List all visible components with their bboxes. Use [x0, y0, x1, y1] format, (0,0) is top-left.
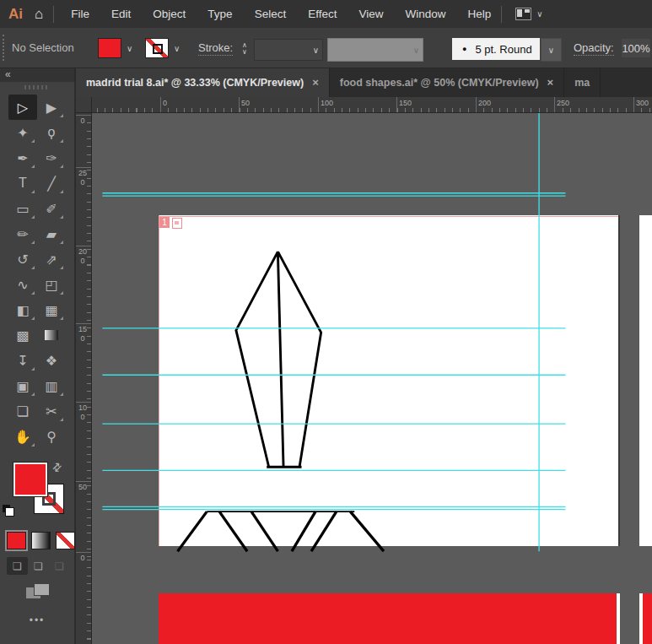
menu-file[interactable]: File — [71, 8, 89, 20]
free-transform-tool[interactable]: ◰ — [37, 272, 66, 297]
selection-tool[interactable]: ▷ — [8, 95, 37, 120]
eyedropper-tool[interactable]: ↧ — [8, 348, 37, 373]
stroke-label[interactable]: Stroke: — [198, 41, 233, 56]
tab-title: food shapes.ai* @ 50% (CMYK/Preview) — [340, 77, 539, 89]
panel-grip[interactable] — [24, 85, 50, 89]
opacity-label[interactable]: Opacity: — [574, 41, 614, 56]
perspective-grid-tool[interactable]: ▦ — [37, 297, 66, 322]
direct-selection-tool[interactable]: ▶ — [37, 95, 66, 120]
shape-builder-tool[interactable]: ◧ — [8, 297, 37, 322]
lasso-tool[interactable]: ϙ — [37, 120, 66, 145]
artboard-tool[interactable]: ❏ — [8, 398, 37, 424]
tool-panel-header: « — [0, 68, 74, 82]
screen-mode-button[interactable] — [26, 583, 48, 600]
menu-view[interactable]: View — [358, 8, 383, 20]
draw-normal-button[interactable]: ❏ — [7, 557, 28, 575]
column-graph-tool[interactable]: ▥ — [37, 373, 66, 398]
slice-tool[interactable]: ✂ — [37, 398, 66, 424]
illustrator-window: { "menubar": { "logo": "Ai", "home_icon"… — [0, 0, 652, 644]
ruler-label: 50 — [241, 99, 250, 107]
collapse-panel-icon[interactable]: « — [5, 68, 11, 80]
chevron-down-icon[interactable]: ∨ — [548, 46, 554, 55]
scale-tool[interactable]: ⇗ — [37, 246, 66, 272]
vertical-ruler[interactable]: 0250200150100500 — [76, 112, 92, 644]
panel-drag-handle[interactable] — [3, 35, 4, 61]
ruler-ticks — [87, 112, 91, 644]
edit-toolbar-dots[interactable]: ••• — [0, 614, 74, 626]
menu-effect[interactable]: Effect — [308, 8, 337, 20]
ruler-major-tick — [633, 97, 634, 112]
chevron-down-icon[interactable]: ∨ — [536, 9, 542, 19]
rotate-tool[interactable]: ↺ — [8, 246, 37, 272]
ruler-label: 50 — [78, 483, 87, 492]
gradient-button[interactable] — [31, 532, 51, 549]
stroke-weight-select[interactable]: ∨ — [254, 39, 323, 61]
menu-window[interactable]: Window — [405, 8, 445, 20]
width-tool[interactable]: ∿ — [8, 272, 37, 297]
curvature-tool[interactable]: ✑ — [37, 145, 66, 170]
gradient-tool[interactable] — [37, 322, 66, 348]
ruler-corner[interactable] — [76, 97, 92, 113]
band-diagonal-line — [178, 511, 207, 551]
document-tab-1[interactable]: madrid trial 8.ai* @ 33.33% (CMYK/Previe… — [76, 68, 330, 97]
brush-definition-select[interactable]: ∨ — [327, 38, 423, 62]
draw-behind-button[interactable]: ❏ — [28, 557, 49, 575]
mesh-tool[interactable]: ▩ — [8, 322, 37, 348]
line-segment-tool[interactable]: ╱ — [37, 170, 66, 196]
selection-status: No Selection — [12, 41, 74, 54]
chevron-down-icon[interactable]: ∨ — [174, 44, 180, 53]
paintbrush-tool[interactable]: ✐ — [37, 196, 66, 221]
menu-help[interactable]: Help — [467, 8, 491, 20]
ruler-ticks — [76, 108, 652, 112]
blend-tool[interactable]: ❖ — [37, 348, 66, 373]
width-profile-chevron[interactable]: ∨ — [541, 38, 562, 62]
tab-close-icon[interactable]: × — [312, 76, 319, 89]
document-tab-3[interactable]: ma — [564, 68, 601, 97]
rectangle-tool[interactable]: ▭ — [8, 196, 37, 221]
stroke-weight-stepper[interactable]: ∧ ∨ — [239, 39, 251, 59]
fill-color-widget[interactable]: ∨ — [98, 39, 132, 57]
control-bar: No Selection ∨ ∨ Stroke: ∧ ∨ ∨ ∨ ● 5 pt.… — [0, 28, 652, 68]
opacity-value-field[interactable]: 100% — [622, 39, 650, 57]
menu-object[interactable]: Object — [153, 8, 186, 20]
width-profile-select[interactable]: ● 5 pt. Round — [452, 38, 540, 60]
pen-tool[interactable]: ✒ — [8, 145, 37, 170]
stepper-down-icon[interactable]: ∨ — [242, 49, 247, 56]
ruler-major-tick — [396, 97, 397, 112]
zoom-tool[interactable]: ⚲ — [37, 424, 66, 449]
hand-tool[interactable]: ✋ — [8, 424, 37, 449]
menu-edit[interactable]: Edit — [111, 8, 131, 20]
draw-inside-button[interactable]: ❏ — [49, 557, 70, 575]
chevron-down-icon[interactable]: ∨ — [313, 46, 319, 55]
color-button[interactable] — [7, 532, 26, 549]
width-profile-value: 5 pt. Round — [475, 43, 531, 56]
chevron-down-icon[interactable]: ∨ — [127, 44, 132, 53]
pencil-tool[interactable]: ✏ — [8, 221, 37, 246]
menu-type[interactable]: Type — [207, 8, 232, 20]
stroke-color-widget[interactable]: ∨ — [145, 39, 180, 57]
fill-proxy-swatch[interactable] — [13, 463, 47, 496]
ruler-label: 200 — [78, 247, 87, 265]
eraser-tool[interactable]: ▰ — [37, 221, 66, 246]
none-button[interactable] — [56, 532, 75, 549]
home-icon[interactable]: ⌂ — [35, 6, 43, 23]
stroke-color-swatch[interactable] — [145, 38, 169, 58]
symbol-sprayer-tool[interactable]: ▣ — [8, 373, 37, 398]
type-tool[interactable]: T — [8, 170, 37, 196]
fill-color-swatch[interactable] — [98, 38, 121, 58]
document-tab-2[interactable]: food shapes.ai* @ 50% (CMYK/Preview)× — [330, 68, 564, 97]
tool-panel: ▷▶✦ϙ✒✑T╱▭✐✏▰↺⇗∿◰◧▦▩↧❖▣▥❏✂✋⚲ ⇄ ❏ ❏ ❏ ••• — [0, 82, 75, 644]
illustrator-logo[interactable]: Ai — [8, 6, 23, 23]
swap-fill-stroke-icon[interactable]: ⇄ — [49, 459, 64, 474]
tab-close-icon[interactable]: × — [547, 76, 554, 89]
ruler-major-tick — [76, 167, 91, 168]
chevron-down-icon[interactable]: ∨ — [413, 46, 419, 55]
magic-wand-tool[interactable]: ✦ — [8, 120, 37, 145]
menu-separator — [53, 6, 54, 23]
default-fill-stroke-icon[interactable] — [5, 507, 14, 517]
document-canvas[interactable]: 1 — [91, 112, 652, 644]
horizontal-ruler[interactable]: 050100150200250300 — [76, 97, 652, 113]
workspace-switcher-icon[interactable] — [515, 8, 531, 20]
ruler-label: 100 — [78, 403, 87, 421]
menu-select[interactable]: Select — [255, 8, 287, 20]
